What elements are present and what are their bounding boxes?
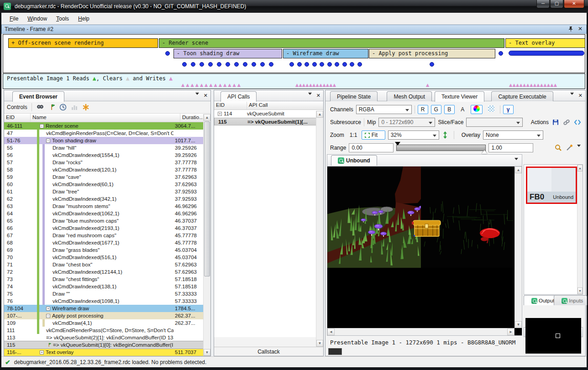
event-row[interactable]: 67Draw "red mushroom caps"45.77778 <box>4 232 204 239</box>
timeline-close-icon[interactable]: ✕ <box>578 26 583 32</box>
gamma-button[interactable]: γ <box>503 105 514 114</box>
preview-tab-list-icon[interactable] <box>514 158 518 164</box>
statistics-icon[interactable] <box>70 103 79 111</box>
event-row[interactable]: 76vkCmdDrawIndexed(1098,1)57.33333 <box>4 297 204 305</box>
event-row[interactable]: 62vkCmdDrawIndexed(342,1)37.92593 <box>4 195 204 203</box>
timeline-marker[interactable]: - Apply post processing <box>369 49 495 58</box>
collapse-icon[interactable]: − <box>46 139 50 143</box>
channel-r-button[interactable]: R <box>418 105 428 114</box>
event-row[interactable]: 63Draw "mushroom stems"46.96296 <box>4 203 204 210</box>
tab-capture-executable[interactable]: Capture Executable <box>491 91 553 101</box>
tab-texture-viewer[interactable]: Texture Viewer <box>435 91 484 102</box>
menu-file[interactable]: File <box>5 14 23 24</box>
zoom-level-combo[interactable]: 32% <box>388 130 439 140</box>
expand-icon[interactable]: + <box>46 307 50 311</box>
collapse-icon[interactable]: − <box>46 314 50 318</box>
tab-unbound-texture[interactable]: Unbound <box>331 155 377 166</box>
open-code-icon[interactable] <box>573 118 582 126</box>
event-row[interactable]: 65Draw "blue mushroom caps"46.37037 <box>4 217 204 224</box>
outputs-scrollbar[interactable]: ▲▼ <box>577 165 583 294</box>
asterisk-icon[interactable] <box>82 103 90 111</box>
event-row[interactable]: 70vkCmdDrawIndexed(516,1)45.03704 <box>4 254 204 261</box>
event-row[interactable]: 57Draw "rocks"37.77778 <box>4 159 204 166</box>
menu-window[interactable]: Window <box>23 14 52 24</box>
slice-combo[interactable] <box>466 118 523 127</box>
api-calls-close-icon[interactable]: ✕ <box>316 93 320 99</box>
expand-icon[interactable]: + <box>40 350 44 354</box>
event-browser-scrollbar[interactable]: ▲ ▼ <box>203 114 210 356</box>
event-row[interactable]: 51-76−Toon shading draw1017.7... <box>4 137 204 144</box>
event-row[interactable]: 73Draw "chest fittings"57.18518 <box>4 276 204 283</box>
event-row[interactable]: 61Draw "tree"37.92593 <box>4 188 204 195</box>
pixel-context-view[interactable] <box>525 318 581 354</box>
timeline-marker[interactable]: - Text overlay <box>505 38 585 48</box>
close-button[interactable]: ✕ <box>564 0 584 8</box>
range-max-input[interactable]: 1.00 <box>488 143 533 152</box>
pin-icon[interactable] <box>568 26 573 32</box>
channel-b-button[interactable]: B <box>444 105 455 114</box>
range-black-marker[interactable] <box>395 142 400 148</box>
event-row[interactable]: 47vkCmdBeginRenderPass(C=Clear, D=Clear,… <box>4 130 204 137</box>
event-row[interactable]: 115=> vkQueueSubmit(1)[0]: vkBeginComman… <box>4 341 204 349</box>
find-icon[interactable] <box>36 103 44 111</box>
event-row[interactable]: 75Draw ""57.33333 <box>4 290 204 297</box>
event-row[interactable]: 69Draw "grass blades"45.03704 <box>4 246 204 254</box>
zoom-1to1-button[interactable]: 1:1 <box>347 130 359 140</box>
zoom-fit-button[interactable]: Fit <box>362 130 385 140</box>
timeline-panel[interactable]: + Off-screen scene rendering- Render sce… <box>3 34 585 73</box>
event-row[interactable]: 71Draw "chest box"57.62963 <box>4 261 204 268</box>
viewport-hscroll[interactable]: ◄ ► <box>327 328 514 335</box>
link-icon[interactable] <box>562 118 571 126</box>
api-call-row[interactable]: +114vkQueueSubmit <box>214 110 323 118</box>
event-row[interactable]: 56vkCmdDrawIndexed(1554,1)39.25926 <box>4 151 204 159</box>
tab-api-calls[interactable]: API Calls <box>220 91 257 102</box>
tab-event-browser[interactable]: Event Browser <box>12 91 64 102</box>
save-icon[interactable] <box>551 118 560 126</box>
event-browser-menu-icon[interactable] <box>194 93 199 99</box>
event-row[interactable]: 58vkCmdDrawIndexed(120,1)37.77778 <box>4 166 204 173</box>
event-row[interactable]: 55Draw "hill"39.25926 <box>4 144 204 151</box>
event-row[interactable]: 46-111−Render scene3064.7... <box>4 122 204 130</box>
timeline-marker[interactable]: - Wireframe draw <box>283 49 368 58</box>
menu-help[interactable]: Help <box>74 14 94 24</box>
api-calls-scrollbar[interactable]: ▲ ▼ <box>316 111 323 347</box>
maximize-button[interactable]: ▢ <box>550 0 563 8</box>
output-thumbnail-fb0[interactable]: FB0 Unbound <box>526 167 577 204</box>
bookmark-flag-icon[interactable] <box>47 103 56 111</box>
alpha-checker-button[interactable] <box>485 105 497 114</box>
mip-combo[interactable]: 0 - 1272x690 <box>378 118 435 127</box>
collapse-icon[interactable]: − <box>40 124 44 128</box>
event-row[interactable]: 107-...−Apply post processing262.37... <box>4 312 204 319</box>
viewport-vscroll[interactable]: ▲▼ <box>514 167 522 328</box>
channel-g-button[interactable]: G <box>431 105 441 114</box>
channels-combo[interactable]: RGBA <box>356 105 412 114</box>
zoom-range-icon[interactable] <box>554 144 562 152</box>
texture-viewer-close-icon[interactable]: ✕ <box>578 93 583 99</box>
time-icon[interactable] <box>59 103 67 111</box>
tab-mesh-output[interactable]: Mesh Output <box>387 91 432 101</box>
callstack-bar[interactable]: Callstack <box>214 347 323 356</box>
event-row[interactable]: 78-104+Wireframe draw1784.5... <box>4 305 204 312</box>
event-row[interactable]: 59Draw "cave"37.62963 <box>4 173 204 181</box>
api-call-row[interactable]: 115=> vkQueueSubmit(1)[... <box>214 118 323 125</box>
texture-viewport[interactable]: ▲▼ ◄ ► <box>327 166 522 336</box>
event-row[interactable]: 68vkCmdDrawIndexed(1677,1)45.77778 <box>4 239 204 246</box>
expand-icon[interactable]: + <box>218 112 222 116</box>
tab-pipeline-state[interactable]: Pipeline State <box>330 91 378 101</box>
tab-inputs[interactable]: Inputs <box>554 295 587 305</box>
event-browser-close-icon[interactable]: ✕ <box>204 93 208 99</box>
flip-y-icon[interactable] <box>442 131 448 139</box>
range-min-input[interactable]: 0.00 <box>349 143 394 152</box>
event-row[interactable]: 116-...+Text overlay511.7037 <box>4 349 204 356</box>
event-row[interactable]: 66vkCmdDrawIndexed(2193,1)46.37037 <box>4 224 204 232</box>
event-row[interactable]: 113=> vkQueueSubmit(2)[1]: vkEndCommandB… <box>4 334 204 341</box>
range-white-marker[interactable] <box>482 147 487 154</box>
event-row[interactable]: 60vkCmdDrawIndexed(60,1)37.62963 <box>4 181 204 188</box>
api-calls-menu-icon[interactable] <box>307 93 312 99</box>
event-row[interactable]: 72vkCmdDrawIndexed(12144,1)57.62963 <box>4 268 204 276</box>
timeline-marker[interactable]: - Render scene <box>159 38 504 48</box>
minimize-button[interactable]: ─ <box>536 0 550 8</box>
timeline-marker[interactable]: + Off-screen scene rendering <box>8 38 158 48</box>
timeline-marker[interactable]: - Toon shading draw <box>173 49 282 58</box>
colorwheel-button[interactable] <box>471 105 483 114</box>
